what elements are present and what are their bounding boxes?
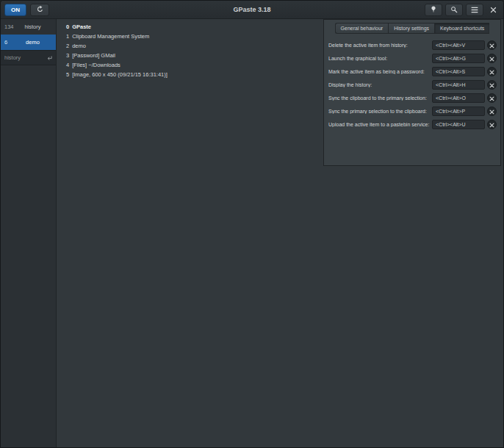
hamburger-icon [471, 3, 478, 16]
shortcut-row: Mark the active item as being a password… [324, 65, 500, 78]
shortcut-row: Delete the active item from history: <Ct… [324, 38, 500, 51]
clear-icon [489, 38, 494, 51]
settings-panel: General behaviour History settings Keybo… [323, 19, 501, 166]
headerbar-right-controls [425, 4, 500, 16]
clipboard-item-text: [Files] ~/Downloads [72, 62, 120, 68]
clear-shortcut-button[interactable] [487, 120, 497, 129]
settings-tab-switcher: General behaviour History settings Keybo… [324, 23, 500, 34]
shortcut-row: Sync the clipboard to the primary select… [324, 91, 500, 104]
settings-tab[interactable]: Keyboard shortcuts [434, 23, 489, 34]
shortcut-field[interactable]: <Ctrl><Alt>P [432, 106, 485, 116]
clipboard-item-index: 2 [66, 43, 69, 49]
shortcut-label: Sync the clipboard to the primary select… [328, 95, 432, 101]
shortcut-row: Launch the graphical tool: <Ctrl><Alt>G [324, 51, 500, 65]
clear-icon [489, 118, 494, 131]
shortcut-row: Sync the primary selection to the clipbo… [324, 104, 500, 118]
close-icon [490, 3, 497, 16]
shortcut-field[interactable]: <Ctrl><Alt>S [432, 67, 485, 76]
shortcut-label: Delete the active item from history: [328, 43, 432, 48]
shortcut-field[interactable]: <Ctrl><Alt>U [432, 120, 485, 129]
gpaste-window: ON GPaste 3.18 [0, 0, 504, 448]
keyboard-shortcuts-list: Delete the active item from history: <Ct… [324, 38, 500, 131]
about-button[interactable] [425, 4, 442, 16]
shortcut-label: Launch the graphical tool: [328, 56, 432, 61]
history-list-item[interactable]: 6 demo [1, 35, 56, 50]
clear-icon [489, 51, 494, 65]
new-history-input[interactable] [3, 54, 45, 62]
clipboard-item-text: [Image, 600 x 450 (09/21/15 16:31:41)] [72, 71, 168, 78]
clear-icon [489, 65, 494, 78]
clipboard-item-index: 1 [66, 33, 69, 40]
settings-tab[interactable]: General behaviour [335, 23, 389, 34]
shortcut-field[interactable]: <Ctrl><Alt>O [432, 93, 485, 103]
search-button[interactable] [445, 4, 463, 16]
shortcut-field[interactable]: <Ctrl><Alt>V [432, 40, 485, 50]
clear-shortcut-button[interactable] [487, 80, 497, 90]
clipboard-item-index: 3 [66, 52, 69, 59]
shortcut-row: Upload the active item to a pastebin ser… [324, 118, 500, 131]
refresh-button[interactable] [30, 4, 49, 16]
clear-shortcut-button[interactable] [487, 106, 497, 116]
close-button[interactable] [486, 4, 500, 16]
shortcut-label: Mark the active item as being a password… [328, 69, 432, 74]
shortcut-row: Display the history: <Ctrl><Alt>H [324, 78, 500, 91]
history-list-item[interactable]: 134 history [1, 19, 56, 35]
headerbar: ON GPaste 3.18 [1, 1, 503, 19]
switch-history-icon[interactable] [45, 54, 54, 62]
clipboard-item-text: Clipboard Management System [72, 33, 149, 40]
tracking-toggle-button[interactable]: ON [4, 4, 26, 16]
shortcut-label: Display the history: [328, 82, 432, 87]
history-item-count: 6 [1, 39, 17, 46]
clear-shortcut-button[interactable] [487, 93, 497, 103]
lightbulb-icon [430, 3, 437, 16]
settings-tab[interactable]: History settings [388, 23, 434, 34]
shortcut-label: Upload the active item to a pastebin ser… [328, 122, 432, 127]
clipboard-item-text: [Password] GMail [72, 52, 115, 59]
clipboard-item-text: GPaste [72, 24, 91, 30]
clear-icon [489, 78, 494, 91]
clipboard-item-text: demo [72, 43, 86, 49]
refresh-icon [36, 3, 44, 16]
shortcut-label: Sync the primary selection to the clipbo… [328, 109, 432, 114]
clipboard-item-index: 0 [66, 24, 69, 30]
search-icon [450, 3, 458, 16]
history-item-label: demo [17, 39, 56, 46]
new-history-entry[interactable] [1, 50, 56, 65]
clear-shortcut-button[interactable] [487, 67, 497, 76]
clear-icon [489, 91, 494, 104]
shortcut-field[interactable]: <Ctrl><Alt>H [432, 80, 485, 90]
menu-button[interactable] [466, 4, 483, 16]
clear-shortcut-button[interactable] [487, 40, 497, 50]
clear-icon [489, 104, 494, 118]
history-item-label: history [17, 24, 56, 30]
clipboard-item-index: 5 [66, 71, 69, 78]
histories-sidebar: 134 history 6 demo [1, 19, 57, 447]
history-item-count: 134 [1, 24, 17, 30]
clipboard-item-index: 4 [66, 62, 69, 68]
shortcut-field[interactable]: <Ctrl><Alt>G [432, 54, 485, 63]
clear-shortcut-button[interactable] [487, 54, 497, 63]
